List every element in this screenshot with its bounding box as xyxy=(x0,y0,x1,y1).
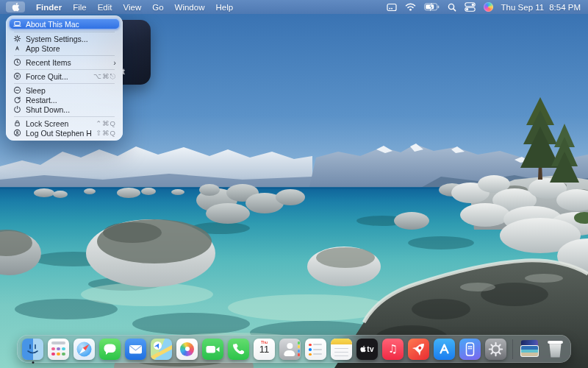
calendar-icon: Thu 11 xyxy=(254,339,275,360)
menu-finder[interactable]: Finder xyxy=(36,3,62,12)
dock-calendar[interactable]: Thu 11 xyxy=(254,339,275,360)
siri-icon[interactable] xyxy=(484,2,493,12)
spotlight-icon[interactable] xyxy=(448,3,456,12)
menu-item-force-quit[interactable]: Force Quit... ⌥⌘⎋ xyxy=(9,71,120,81)
dock-iphone-mirroring[interactable] xyxy=(459,339,481,360)
phone-handset-icon xyxy=(228,339,249,360)
dock-games[interactable] xyxy=(408,339,429,360)
envelope-icon xyxy=(125,339,146,360)
menu-separator xyxy=(14,32,115,32)
apple-menu-dropdown: About This Mac System Settings... App St… xyxy=(6,15,123,141)
navigation-arrow-icon xyxy=(154,342,161,348)
person-silhouette-icon xyxy=(279,339,301,360)
log-out-icon xyxy=(12,129,21,138)
apple-menu-button[interactable] xyxy=(6,1,25,13)
menu-item-lock-screen[interactable]: Lock Screen ⌃⌘Q xyxy=(9,118,120,128)
dock-maps[interactable] xyxy=(151,339,172,360)
menu-bar-status: Thu Sep 11 8:54 PM xyxy=(387,2,588,12)
map-icon xyxy=(151,339,172,360)
gear-icon xyxy=(485,339,506,360)
apps-grid-icon xyxy=(48,339,69,360)
menu-item-app-store[interactable]: App Store xyxy=(9,43,120,53)
menu-go[interactable]: Go xyxy=(152,3,163,12)
menu-item-log-out[interactable]: Log Out Stephen Hackett... ⇧⌘Q xyxy=(9,128,120,138)
photo-stack-icon xyxy=(519,339,540,360)
video-camera-icon xyxy=(202,339,223,360)
menu-view[interactable]: View xyxy=(123,3,142,12)
dock-downloads-stack[interactable] xyxy=(519,339,540,360)
wifi-icon[interactable] xyxy=(405,3,416,11)
chat-bubble-icon xyxy=(99,339,121,360)
dock-mail[interactable] xyxy=(125,339,146,360)
dock-contacts[interactable] xyxy=(279,339,301,360)
menu-separator xyxy=(14,55,115,56)
dock-trash[interactable] xyxy=(545,339,566,360)
shut-down-icon xyxy=(12,105,21,114)
apple-logo-icon xyxy=(12,2,20,12)
submenu-chevron-icon: › xyxy=(113,59,116,66)
dock-tv[interactable]: tv xyxy=(356,339,378,360)
menu-separator xyxy=(14,69,115,70)
dock-notes[interactable] xyxy=(331,339,352,360)
dock-apps-launchpad[interactable] xyxy=(48,339,69,360)
sleep-icon xyxy=(12,86,21,95)
trash-bin-icon xyxy=(545,339,566,360)
menu-edit[interactable]: Edit xyxy=(98,3,112,12)
clock-date: Thu Sep 11 xyxy=(501,3,545,12)
compass-icon xyxy=(74,339,95,360)
app-store-a-icon xyxy=(434,339,455,360)
force-quit-icon xyxy=(12,72,21,81)
app-store-icon xyxy=(12,44,21,53)
menu-item-system-settings[interactable]: System Settings... xyxy=(9,34,120,43)
display-icon[interactable] xyxy=(387,3,397,12)
clock-time: 8:54 PM xyxy=(549,3,581,12)
music-note-icon: ♫ xyxy=(382,339,404,360)
notes-icon xyxy=(331,339,352,360)
dock-separator xyxy=(512,339,513,359)
dock-photos[interactable] xyxy=(176,339,198,360)
dock-music[interactable]: ♫ xyxy=(382,339,404,360)
menu-file[interactable]: File xyxy=(73,3,87,12)
dock: Thu 11 tv xyxy=(17,335,571,363)
lock-icon xyxy=(12,119,21,128)
menu-bar-left: Finder File Edit View Go Window Help xyxy=(0,1,233,13)
restart-icon xyxy=(12,96,21,105)
menu-separator xyxy=(14,116,115,117)
finder-face-icon xyxy=(22,339,43,360)
gear-icon xyxy=(12,35,21,43)
dock-facetime[interactable] xyxy=(202,339,223,360)
iphone-icon xyxy=(459,339,481,360)
running-indicator xyxy=(32,361,34,364)
menu-window[interactable]: Window xyxy=(175,3,205,12)
flower-icon xyxy=(176,339,198,360)
menu-item-sleep[interactable]: Sleep xyxy=(9,85,120,95)
menu-help[interactable]: Help xyxy=(215,3,233,12)
dock-settings[interactable] xyxy=(485,339,506,360)
menu-item-about-this-mac[interactable]: About This Mac xyxy=(9,18,120,29)
menu-separator xyxy=(14,83,115,84)
menu-bar-clock[interactable]: Thu Sep 11 8:54 PM xyxy=(501,3,581,12)
dock-safari[interactable] xyxy=(74,339,95,360)
clock-icon xyxy=(12,58,21,67)
laptop-icon xyxy=(12,20,21,29)
menu-item-recent-items[interactable]: Recent Items › xyxy=(9,57,120,67)
reminders-list-icon xyxy=(305,339,326,360)
dock-reminders[interactable] xyxy=(305,339,326,360)
dock-messages[interactable] xyxy=(99,339,121,360)
dock-app-store[interactable] xyxy=(434,339,455,360)
menu-item-shut-down[interactable]: Shut Down... xyxy=(9,105,120,114)
menu-bar: Finder File Edit View Go Window Help Thu… xyxy=(0,0,588,14)
dock-finder[interactable] xyxy=(22,339,43,360)
apple-tv-icon: tv xyxy=(356,339,378,360)
rocket-icon xyxy=(408,339,429,360)
menu-item-restart[interactable]: Restart... xyxy=(9,95,120,105)
control-center-icon[interactable] xyxy=(465,2,476,12)
dock-phone[interactable] xyxy=(228,339,249,360)
battery-charging-icon[interactable] xyxy=(424,3,440,11)
